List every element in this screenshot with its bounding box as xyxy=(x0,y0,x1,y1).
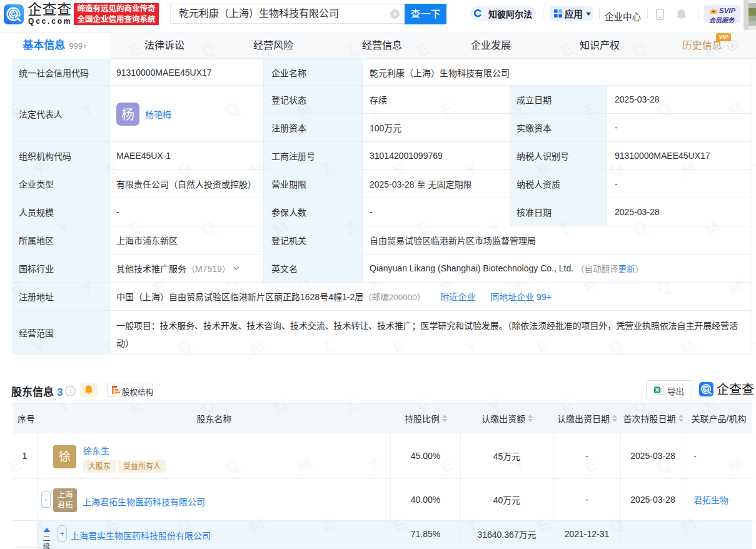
svg-text:i: i xyxy=(732,42,733,49)
svg-text:i: i xyxy=(69,388,71,395)
